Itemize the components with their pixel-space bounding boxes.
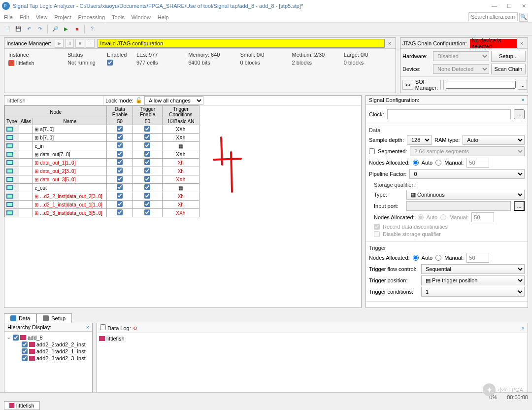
- hardware-select[interactable]: Disabled: [433, 51, 489, 61]
- sof-path-input[interactable]: [446, 81, 516, 89]
- scan-chain-button[interactable]: Scan Chain: [491, 64, 526, 74]
- hier-root[interactable]: ⌄add_8: [6, 334, 90, 341]
- ramtype-select[interactable]: Auto: [463, 135, 525, 145]
- save-icon[interactable]: 💾: [14, 25, 23, 34]
- im-btn-4[interactable]: ⋯: [86, 39, 95, 48]
- de-checkbox[interactable]: [117, 168, 123, 173]
- im-btn-3[interactable]: ■: [75, 39, 84, 48]
- sample-depth-select[interactable]: 128: [407, 135, 432, 145]
- table-row[interactable]: ⊞ data_out_3[5..0] XXh: [5, 175, 200, 184]
- menu-window[interactable]: Window: [132, 14, 151, 20]
- im-btn-1[interactable]: ▶: [55, 39, 64, 48]
- te-checkbox[interactable]: [144, 209, 150, 215]
- datalog-item[interactable]: littlefish: [99, 335, 526, 342]
- stop-icon[interactable]: ■: [72, 25, 81, 34]
- table-row[interactable]: ⊞ data_out_1[1..0] Xh: [5, 159, 200, 167]
- new-icon[interactable]: 📄: [3, 25, 12, 34]
- sof-attach-icon[interactable]: [440, 80, 441, 90]
- trigger-condition[interactable]: Xh: [162, 167, 199, 175]
- trigger-condition[interactable]: XXh: [162, 209, 199, 217]
- de-checkbox[interactable]: [117, 209, 123, 215]
- datalog-check[interactable]: [100, 324, 106, 330]
- sof-program-icon[interactable]: [443, 80, 444, 90]
- de-checkbox[interactable]: [117, 151, 123, 157]
- nodes-manual-radio[interactable]: [435, 160, 441, 166]
- search-input[interactable]: [468, 12, 518, 21]
- table-row[interactable]: ⊞ a[7..0] XXh: [5, 125, 200, 134]
- hier-child[interactable]: add2_3:add2_3_inst: [15, 355, 90, 362]
- help-icon[interactable]: ?: [88, 25, 97, 34]
- de-checkbox[interactable]: [117, 176, 123, 182]
- signal-config-close[interactable]: ×: [521, 97, 525, 103]
- device-select[interactable]: None Detected: [433, 64, 489, 74]
- type-select[interactable]: ▦ Continuous: [406, 190, 525, 200]
- trigger-condition[interactable]: ▦: [162, 184, 199, 192]
- menu-processing[interactable]: Processing: [78, 14, 105, 20]
- de-checkbox[interactable]: [117, 201, 123, 207]
- de-checkbox[interactable]: [117, 142, 123, 148]
- sof-expand-button[interactable]: >>: [402, 80, 413, 90]
- trigger-condition[interactable]: Xh: [162, 159, 199, 167]
- trigger-condition[interactable]: XXh: [162, 175, 199, 184]
- im-close-icon[interactable]: ×: [386, 40, 394, 46]
- close-button[interactable]: ✕: [522, 3, 526, 9]
- trigger-condition[interactable]: Xh: [162, 201, 199, 209]
- search-button[interactable]: 🔍: [519, 13, 528, 22]
- te-checkbox[interactable]: [144, 151, 150, 157]
- de-checkbox[interactable]: [117, 184, 123, 190]
- de-checkbox[interactable]: [117, 134, 123, 140]
- table-row[interactable]: c_out ▦: [5, 184, 200, 192]
- jtag-close-icon[interactable]: ×: [518, 40, 526, 46]
- undo-icon[interactable]: ↶: [25, 25, 33, 34]
- te-checkbox[interactable]: [144, 126, 150, 132]
- redo-icon[interactable]: ↷: [35, 25, 44, 34]
- segmented-checkbox[interactable]: [369, 148, 375, 154]
- hier-close[interactable]: ×: [86, 324, 89, 330]
- enabled-checkbox[interactable]: [107, 60, 113, 66]
- tab-setup[interactable]: Setup: [36, 313, 72, 323]
- trigger-condition[interactable]: XXh: [162, 125, 199, 134]
- clock-browse-button[interactable]: ...: [514, 109, 525, 119]
- table-row[interactable]: ⊞ data_out_2[3..0] Xh: [5, 167, 200, 175]
- te-checkbox[interactable]: [144, 193, 150, 199]
- menu-project[interactable]: Project: [54, 14, 71, 20]
- de-checkbox[interactable]: [117, 126, 123, 132]
- menu-edit[interactable]: Edit: [20, 14, 29, 20]
- instance-row[interactable]: littlefish: [6, 59, 66, 68]
- trigger-condition[interactable]: ▦: [162, 142, 199, 150]
- trigger-condition[interactable]: XXh: [162, 134, 199, 142]
- hier-child[interactable]: add2_2:add2_2_inst: [15, 341, 90, 348]
- bottom-tab-instance[interactable]: littlefish: [4, 401, 40, 410]
- trig-manual-radio[interactable]: [435, 255, 441, 261]
- datalog-refresh-icon[interactable]: ⟲: [133, 325, 137, 331]
- pipeline-select[interactable]: 0: [409, 169, 525, 179]
- lock-mode-select[interactable]: Allow all changes: [144, 96, 203, 105]
- menu-tools[interactable]: Tools: [112, 14, 125, 20]
- col-basic[interactable]: 1☑Basic AN: [162, 118, 199, 125]
- im-btn-2[interactable]: ⏸: [65, 39, 74, 48]
- cond-select[interactable]: 1: [421, 287, 525, 297]
- te-checkbox[interactable]: [144, 142, 150, 148]
- table-row[interactable]: c_in ▦: [5, 142, 200, 150]
- de-checkbox[interactable]: [117, 193, 123, 199]
- menu-view[interactable]: View: [36, 14, 48, 20]
- te-checkbox[interactable]: [144, 201, 150, 207]
- setup-button[interactable]: Setup...: [491, 51, 526, 62]
- table-row[interactable]: ⊞ ...d2_2_inst|data_out_2[3..0] Xh: [5, 192, 200, 201]
- te-checkbox[interactable]: [144, 184, 150, 190]
- trigger-condition[interactable]: Xh: [162, 192, 199, 201]
- nodes-auto-radio[interactable]: [413, 160, 419, 166]
- table-row[interactable]: ⊞ ...d2_3_inst|data_out_3[5..0] XXh: [5, 209, 200, 217]
- hier-child[interactable]: add2_1:add2_1_inst: [15, 348, 90, 355]
- datalog-close[interactable]: ×: [522, 325, 525, 331]
- pos-select[interactable]: ▤ Pre trigger position: [421, 275, 525, 285]
- de-checkbox[interactable]: [117, 159, 123, 165]
- te-checkbox[interactable]: [144, 134, 150, 140]
- te-checkbox[interactable]: [144, 159, 150, 165]
- table-row[interactable]: ⊞ b[7..0] XXh: [5, 134, 200, 142]
- tab-data[interactable]: Data: [4, 313, 36, 323]
- menu-file[interactable]: File: [4, 14, 13, 20]
- menu-help[interactable]: Help: [158, 14, 169, 20]
- te-checkbox[interactable]: [144, 168, 150, 173]
- maximize-button[interactable]: ☐: [507, 3, 512, 9]
